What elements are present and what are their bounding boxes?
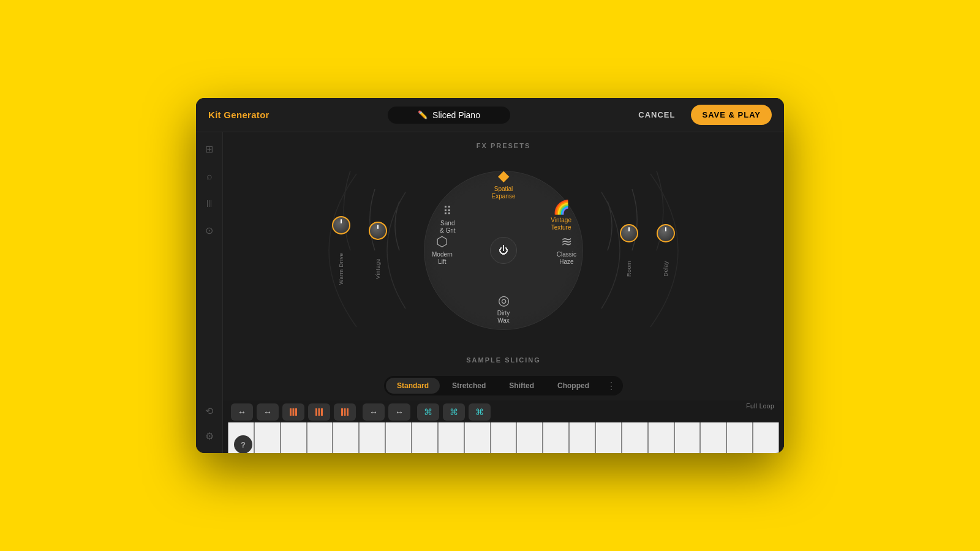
- piano-key-12[interactable]: [516, 422, 543, 453]
- slice-btn-3[interactable]: [334, 403, 356, 421]
- delay-knob[interactable]: [657, 224, 675, 242]
- fx-radial-area: Warm Drive Vintage Room: [295, 156, 712, 345]
- piano-key-5[interactable]: [333, 422, 359, 453]
- sample-slicing-section: SAMPLE SLICING Standard Stretched Shifte…: [223, 350, 784, 400]
- fx-spatial-expanse[interactable]: ◆ SpatialExpanse: [492, 168, 516, 200]
- dirty-wax-icon: ◎: [498, 294, 510, 307]
- arrow-expand-2[interactable]: ↔: [257, 403, 279, 421]
- app-title: Kit Generator: [208, 110, 270, 120]
- piano-key-14[interactable]: [569, 422, 595, 453]
- piano-area: Full Loop ↔ ↔ ↔ ↔: [223, 400, 784, 453]
- room-label: Room: [626, 261, 632, 277]
- slice-btn-1[interactable]: [282, 403, 304, 421]
- modern-lift-label: ModernLift: [432, 251, 453, 266]
- spatial-expanse-label: SpatialExpanse: [492, 186, 516, 200]
- piano-key-15[interactable]: [595, 422, 622, 453]
- piano-key-2[interactable]: [254, 422, 281, 453]
- piano-key-13[interactable]: [543, 422, 569, 453]
- link-icon[interactable]: ⟲: [203, 403, 216, 419]
- columns-icon[interactable]: ⫼: [202, 195, 217, 211]
- fx-sand-grit[interactable]: ⠿ Sand& Grit: [440, 205, 456, 234]
- sidebar: ⊞ ⌕ ⫼ ⊙ ⟲ ⚙: [196, 132, 223, 453]
- help-button[interactable]: ?: [234, 435, 252, 453]
- piano-key-3[interactable]: [281, 422, 307, 453]
- piano-key-10[interactable]: [464, 422, 491, 453]
- vintage-label: Vintage: [375, 258, 381, 279]
- piano-key-4[interactable]: [307, 422, 333, 453]
- piano-key-20[interactable]: [726, 422, 753, 453]
- arrow-expand-1[interactable]: ↔: [231, 403, 253, 421]
- piano-key-16[interactable]: [622, 422, 648, 453]
- more-options-icon[interactable]: ⋮: [601, 380, 621, 392]
- svg-rect-8: [347, 408, 349, 416]
- piano-key-19[interactable]: [700, 422, 726, 453]
- fx-classic-haze[interactable]: ≋ ClassicHaze: [557, 235, 576, 266]
- piano-keys[interactable]: [223, 422, 784, 453]
- tab-chopped[interactable]: Chopped: [546, 378, 600, 394]
- power-button[interactable]: ⏻: [490, 237, 517, 264]
- body: ⊞ ⌕ ⫼ ⊙ ⟲ ⚙ FX PRESETS: [196, 132, 784, 453]
- svg-rect-7: [344, 408, 346, 416]
- fx-circle: ⏻ ◆ SpatialExpanse ⠿ Sand& Grit: [424, 171, 583, 330]
- room-knob[interactable]: [620, 224, 638, 242]
- sand-grit-icon: ⠿: [443, 205, 452, 217]
- vintage-knob[interactable]: [369, 222, 387, 240]
- fx-presets-label: FX PRESETS: [477, 142, 530, 149]
- tab-standard[interactable]: Standard: [386, 378, 440, 394]
- svg-rect-6: [341, 408, 343, 416]
- header-left: Kit Generator: [208, 110, 270, 120]
- svg-rect-0: [290, 408, 292, 416]
- slice-tabs: Standard Stretched Shifted Chopped ⋮: [384, 376, 623, 395]
- piano-key-18[interactable]: [674, 422, 701, 453]
- sample-slicing-label: SAMPLE SLICING: [466, 356, 541, 364]
- arrow-expand-4[interactable]: ↔: [388, 403, 410, 421]
- header-right: CANCEL SAVE & PLAY: [628, 105, 772, 125]
- sand-grit-label: Sand& Grit: [440, 220, 456, 234]
- piano-key-17[interactable]: [648, 422, 674, 453]
- piano-key-11[interactable]: [491, 422, 517, 453]
- svg-rect-5: [321, 408, 323, 416]
- warm-drive-label: Warm Drive: [338, 253, 344, 285]
- fx-modern-lift[interactable]: ⬡ ModernLift: [432, 235, 453, 266]
- classic-haze-icon: ≋: [561, 235, 572, 249]
- grid-icon[interactable]: ⊞: [203, 141, 216, 157]
- piano-key-6[interactable]: [359, 422, 385, 453]
- piano-key-7[interactable]: [385, 422, 412, 453]
- main-content: FX PRESETS: [223, 132, 784, 453]
- search-icon[interactable]: ⌕: [204, 168, 215, 184]
- left-knobs: Warm Drive Vintage: [332, 216, 387, 285]
- settings-icon[interactable]: ⚙: [203, 428, 216, 444]
- preset-name: Sliced Piano: [432, 110, 480, 120]
- piano-key-21[interactable]: [753, 422, 779, 453]
- fx-section: FX PRESETS: [223, 132, 784, 350]
- svg-rect-4: [318, 408, 320, 416]
- helix-btn-3[interactable]: ⌘: [469, 403, 491, 421]
- spatial-expanse-icon: ◆: [498, 168, 509, 183]
- vintage-texture-icon: 🌈: [553, 201, 570, 214]
- svg-rect-2: [295, 408, 297, 416]
- helix-btn-1[interactable]: ⌘: [417, 403, 439, 421]
- tab-shifted[interactable]: Shifted: [498, 378, 545, 394]
- pencil-icon: ✏️: [418, 110, 428, 119]
- tab-stretched[interactable]: Stretched: [441, 378, 497, 394]
- helix-btn-2[interactable]: ⌘: [443, 403, 465, 421]
- vintage-texture-label: VintageTexture: [551, 217, 571, 231]
- fx-vintage-texture[interactable]: 🌈 VintageTexture: [551, 201, 571, 231]
- svg-rect-3: [315, 408, 317, 416]
- piano-key-8[interactable]: [412, 422, 438, 453]
- preset-name-box[interactable]: ✏️ Sliced Piano: [388, 107, 510, 124]
- user-icon[interactable]: ⊙: [203, 222, 216, 239]
- fx-dirty-wax[interactable]: ◎ DirtyWax: [497, 294, 510, 324]
- app-window: Kit Generator ✏️ Sliced Piano CANCEL SAV…: [196, 98, 784, 453]
- piano-key-9[interactable]: [438, 422, 464, 453]
- power-icon: ⏻: [499, 245, 508, 256]
- warm-drive-knob[interactable]: [332, 216, 350, 234]
- save-play-button[interactable]: SAVE & PLAY: [691, 105, 772, 125]
- arrow-expand-3[interactable]: ↔: [363, 403, 385, 421]
- modern-lift-icon: ⬡: [436, 235, 448, 249]
- slice-btn-2[interactable]: [308, 403, 330, 421]
- cancel-button[interactable]: CANCEL: [628, 105, 685, 124]
- full-loop-label: Full Loop: [746, 403, 774, 410]
- delay-label: Delay: [663, 261, 669, 277]
- dirty-wax-label: DirtyWax: [497, 310, 510, 324]
